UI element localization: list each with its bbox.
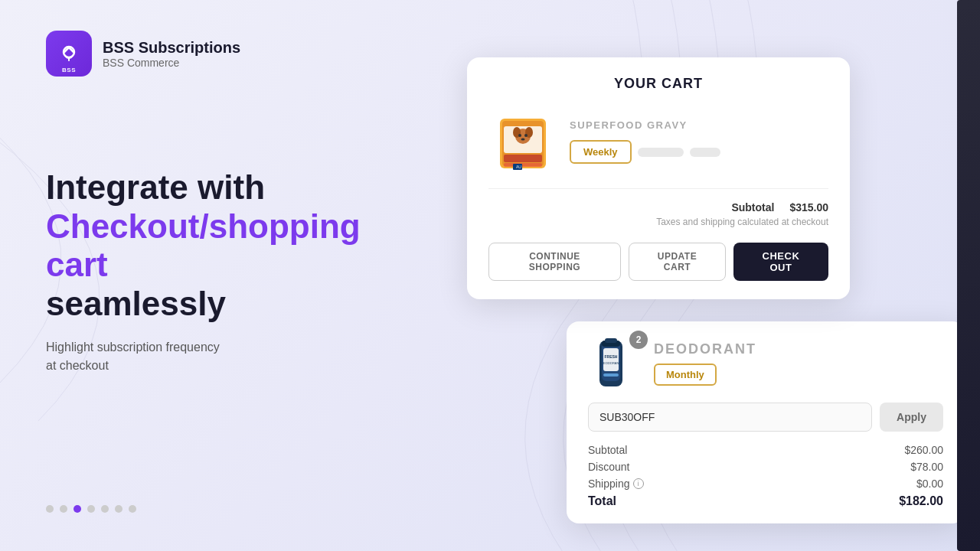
subtotal-row: Subtotal $315.00 — [488, 201, 828, 214]
monthly-frequency-button[interactable]: Monthly — [654, 364, 717, 386]
hero-text: Integrate with Checkout/shopping cart se… — [46, 168, 429, 375]
second-card: 2 FRESH DEODORANT DEODORANT Monthly — [567, 321, 965, 523]
total-value: $182.00 — [899, 494, 943, 508]
frequency-buttons: Weekly — [570, 140, 828, 164]
svg-text:DEODORANT: DEODORANT — [601, 361, 621, 365]
subtotal-value: $315.00 — [789, 201, 828, 214]
cart-actions: CONTINUE SHOPPING UPDATE CART CHECK OUT — [488, 243, 828, 281]
device-bar — [957, 0, 980, 551]
product-name: SUPERFOOD GRAVY — [570, 119, 828, 131]
deodorant-info: DEODORANT Monthly — [654, 341, 756, 386]
svg-point-9 — [524, 134, 528, 137]
second-card-item: 2 FRESH DEODORANT DEODORANT Monthly — [588, 337, 943, 390]
shipping-label: Shipping i — [588, 478, 644, 490]
svg-text:AU: AU — [516, 165, 521, 169]
discount-label: Discount — [588, 461, 629, 473]
svg-text:FRESH: FRESH — [605, 354, 618, 359]
logo-text-area: BSS Subscriptions BSS Commerce — [103, 39, 240, 69]
svg-rect-22 — [605, 338, 617, 343]
svg-rect-11 — [504, 155, 542, 162]
total-row: Total $182.00 — [588, 494, 943, 508]
coupon-row: Apply — [588, 403, 943, 432]
svg-rect-20 — [603, 373, 619, 377]
cart-title: YOUR CART — [488, 76, 828, 92]
hero-line1: Integrate with — [46, 168, 429, 207]
product-info: SUPERFOOD GRAVY Weekly — [570, 119, 828, 164]
subtotal-summary-label: Subtotal — [588, 444, 627, 456]
freq-option2-btn[interactable] — [638, 148, 684, 157]
brand-company: BSS Commerce — [103, 57, 240, 69]
order-summary: Subtotal $260.00 Discount $78.00 Shippin… — [588, 444, 943, 508]
dot-3-active[interactable] — [74, 505, 81, 513]
cart-card: YOUR CART — [467, 57, 850, 299]
hero-description: Highlight subscription frequencyat check… — [46, 338, 429, 375]
cart-item: AU SUPERFOOD GRAVY Weekly — [488, 107, 828, 189]
logo-bss-text: BSS — [62, 67, 76, 73]
left-panel: BSS BSS Subscriptions BSS Commerce Integ… — [0, 0, 475, 551]
freq-option3-btn[interactable] — [690, 148, 720, 157]
coupon-input[interactable] — [588, 403, 872, 432]
shipping-info-icon[interactable]: i — [633, 478, 644, 489]
shipping-row: Shipping i $0.00 — [588, 478, 943, 490]
dot-1[interactable] — [46, 505, 54, 513]
svg-rect-12 — [504, 163, 542, 167]
logo-area: BSS BSS Subscriptions BSS Commerce — [46, 31, 429, 77]
discount-row: Discount $78.00 — [588, 461, 943, 473]
checkout-button[interactable]: CHECK OUT — [733, 243, 828, 281]
svg-point-10 — [521, 139, 525, 141]
dot-2[interactable] — [60, 505, 67, 513]
subtotal-label: Subtotal — [731, 201, 774, 214]
hero-line3: seamlessly — [46, 285, 429, 324]
dot-7[interactable] — [129, 505, 136, 513]
apply-button[interactable]: Apply — [880, 403, 943, 432]
brand-name: BSS Subscriptions — [103, 39, 240, 57]
subtotal-summary-value: $260.00 — [904, 444, 943, 456]
brand-logo-icon: BSS — [46, 31, 92, 77]
svg-point-8 — [518, 134, 521, 137]
continue-shopping-button[interactable]: CONTINUE SHOPPING — [488, 243, 621, 281]
tax-note: Taxes and shipping calculated at checkou… — [488, 217, 828, 227]
freq-weekly-btn[interactable]: Weekly — [570, 140, 632, 164]
update-cart-button[interactable]: UPDATE CART — [629, 243, 726, 281]
subtotal-summary-row: Subtotal $260.00 — [588, 444, 943, 456]
total-label: Total — [588, 494, 616, 508]
deodorant-product-name: DEODORANT — [654, 341, 756, 357]
right-panel: YOUR CART — [459, 0, 980, 551]
hero-line2: Checkout/shopping cart — [46, 207, 429, 285]
dot-5[interactable] — [101, 505, 109, 513]
item-badge: 2 — [629, 331, 648, 349]
dot-4[interactable] — [87, 505, 95, 513]
pagination-dots — [46, 505, 136, 513]
deodorant-image-container: 2 FRESH DEODORANT — [588, 337, 642, 390]
dot-6[interactable] — [115, 505, 122, 513]
product-image: AU — [488, 107, 557, 176]
discount-value: $78.00 — [910, 461, 943, 473]
svg-rect-17 — [603, 348, 619, 371]
shipping-value: $0.00 — [916, 478, 943, 490]
